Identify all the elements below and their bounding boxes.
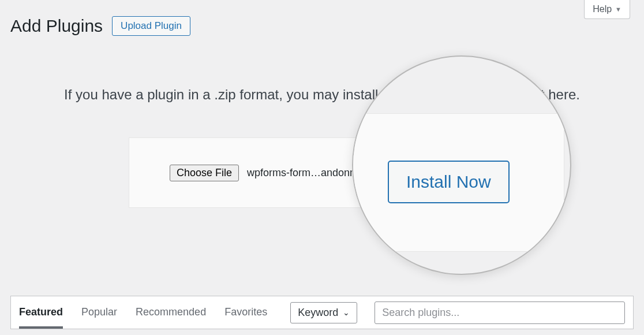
- tab-popular[interactable]: Popular: [81, 297, 117, 329]
- search-input[interactable]: [375, 302, 625, 324]
- zoom-install-now-button[interactable]: Install Now: [388, 161, 510, 203]
- tab-favorites[interactable]: Favorites: [224, 297, 267, 329]
- tab-recommended[interactable]: Recommended: [136, 297, 206, 329]
- filter-tabs: Featured Popular Recommended Favorites: [19, 297, 267, 329]
- search-type-label: Keyword: [298, 307, 338, 319]
- chevron-down-icon: ▼: [615, 6, 621, 13]
- search-type-select[interactable]: Keyword ⌄: [290, 302, 357, 323]
- zoom-highlight: Install Now: [352, 55, 571, 275]
- filter-bar: Featured Popular Recommended Favorites K…: [10, 296, 634, 329]
- chevron-down-icon: ⌄: [343, 308, 350, 317]
- upload-plugin-button[interactable]: Upload Plugin: [112, 16, 190, 36]
- help-tab[interactable]: Help ▼: [584, 0, 630, 19]
- page-title: Add Plugins: [10, 16, 103, 36]
- help-label: Help: [593, 4, 612, 14]
- page-header: Add Plugins Upload Plugin: [0, 0, 644, 36]
- choose-file-button[interactable]: Choose File: [170, 165, 239, 181]
- tab-featured[interactable]: Featured: [19, 297, 63, 329]
